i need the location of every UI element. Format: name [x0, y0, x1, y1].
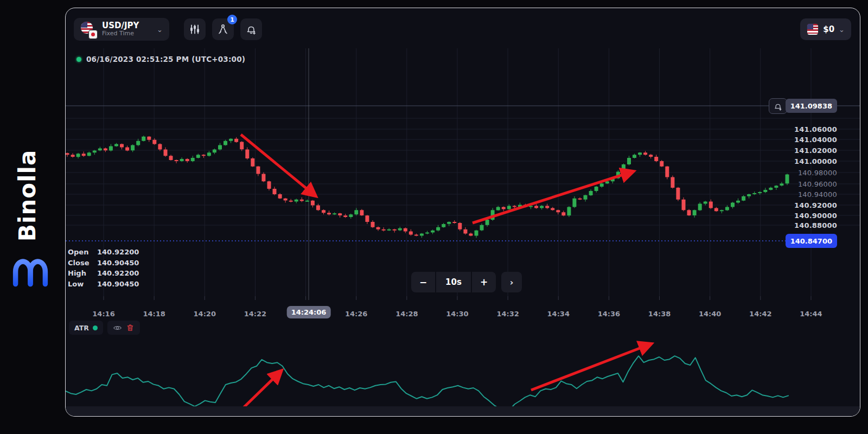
balance-selector[interactable]: $0 ⌄	[800, 18, 851, 40]
current-price-label: 140.84700	[786, 234, 837, 248]
candle-body	[125, 148, 129, 151]
candle-body	[300, 200, 304, 201]
pair-selector[interactable]: USD/JPY Fixed Time ⌄	[74, 18, 169, 41]
candle-body	[425, 233, 429, 234]
candle-body	[480, 225, 484, 231]
candle-body	[224, 141, 227, 145]
chevron-down-icon: ⌄	[839, 25, 845, 34]
candle-body	[578, 199, 582, 200]
time-tick-label: 14:20	[194, 310, 216, 318]
price-tick-label: 140.90000	[794, 212, 837, 220]
ohlc-close-row: Close 140.90450	[68, 258, 139, 269]
ohlc-value: 140.90450	[97, 259, 139, 267]
candle-body	[654, 157, 658, 161]
candle-body	[142, 137, 145, 141]
candle-body	[87, 152, 91, 156]
time-tick-label: 14:16	[92, 310, 114, 318]
atr-line	[66, 356, 788, 410]
time-tick-label: 14:34	[547, 310, 570, 318]
candle-body	[463, 229, 467, 234]
candle-body	[584, 195, 588, 200]
candle-body	[638, 152, 642, 155]
price-tick-label: 141.06000	[794, 125, 837, 133]
candle-body	[436, 227, 440, 231]
atr-visibility-button[interactable]	[113, 323, 122, 333]
ohlc-value: 140.92200	[97, 269, 139, 277]
candle-body	[207, 152, 211, 156]
candle-body	[136, 141, 140, 145]
indicators-button[interactable]	[184, 18, 206, 40]
candle-body	[633, 155, 636, 158]
candle-body	[496, 207, 500, 210]
candle-body	[545, 206, 549, 208]
candle-body	[404, 228, 407, 232]
candle-body	[382, 229, 386, 231]
ohlc-open-row: Open 140.92200	[68, 247, 139, 258]
candle-body	[316, 206, 320, 210]
price-tick-label: 140.88000	[794, 221, 837, 229]
candle-body	[622, 164, 626, 172]
candle-body	[333, 213, 336, 214]
candle-body	[720, 210, 724, 211]
candle-body	[671, 177, 674, 188]
japan-flag-icon	[88, 30, 98, 39]
chart-canvas[interactable]	[66, 8, 860, 417]
candle-body	[665, 167, 669, 177]
drawing-tools-button[interactable]: 1	[212, 18, 234, 40]
candle-body	[452, 222, 456, 223]
candle-body	[213, 149, 216, 152]
candle-body	[387, 229, 391, 231]
candle-body	[284, 199, 288, 201]
alerts-button[interactable]	[240, 18, 262, 40]
candle-body	[513, 206, 516, 207]
binolla-logo-icon	[12, 254, 49, 288]
candle-body	[202, 155, 206, 156]
price-tick-label: 140.96000	[798, 180, 837, 188]
candle-body	[218, 145, 222, 150]
price-alert-bell-button[interactable]	[769, 98, 787, 114]
candle-body	[196, 155, 200, 158]
candle-body	[240, 142, 244, 150]
sliders-icon	[189, 24, 200, 35]
pair-flags	[80, 21, 97, 37]
candle-body	[534, 206, 538, 208]
time-tick-label: 14:28	[395, 310, 418, 318]
candle-body	[649, 155, 653, 157]
timeframe-increase-button[interactable]: +	[472, 272, 496, 292]
candle-body	[693, 210, 697, 215]
candle-body	[76, 154, 80, 157]
candle-body	[365, 215, 369, 222]
ohlc-label: Close	[68, 259, 93, 267]
candle-body	[322, 210, 326, 213]
candle-body	[251, 158, 254, 167]
atr-indicator-chip[interactable]: ATR	[69, 321, 103, 335]
candle-body	[261, 174, 265, 182]
candle-body	[245, 149, 249, 158]
price-tick-label: 140.92000	[794, 201, 837, 209]
candle-body	[709, 202, 713, 208]
candle-body	[600, 183, 604, 187]
compass-icon	[218, 24, 228, 35]
pair-mode: Fixed Time	[102, 30, 139, 37]
candle-body	[180, 159, 184, 161]
candle-body	[556, 210, 560, 212]
candle-body	[736, 201, 740, 203]
ohlc-label: Low	[68, 280, 93, 288]
candle-body	[152, 140, 156, 144]
candle-body	[186, 159, 189, 161]
scroll-to-latest-button[interactable]: ›	[501, 272, 522, 292]
ohlc-value: 140.92200	[97, 248, 139, 256]
timeframe-decrease-button[interactable]: −	[411, 272, 435, 292]
candle-body	[758, 192, 762, 193]
drawings-count-badge: 1	[227, 15, 237, 24]
candle-body	[420, 234, 424, 236]
price-tick-label: 140.98000	[798, 169, 837, 177]
candle-body	[698, 204, 702, 210]
server-datetime: 06/16/2023 02:51:25 PM (UTC+03:00)	[86, 55, 245, 63]
alert-price-label[interactable]: 141.09838	[786, 99, 837, 113]
candle-body	[327, 213, 331, 214]
candle-body	[409, 232, 413, 235]
candle-body	[589, 191, 593, 195]
atr-delete-button[interactable]	[126, 323, 135, 332]
candle-body	[164, 149, 168, 156]
